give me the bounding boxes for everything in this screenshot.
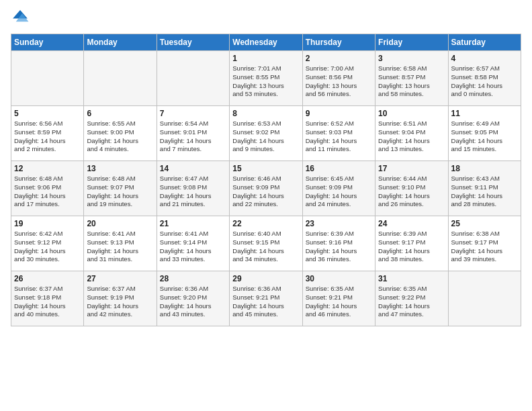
day-info: Sunrise: 7:00 AM Sunset: 8:56 PM Dayligh… <box>306 64 372 99</box>
day-info: Sunrise: 6:46 AM Sunset: 9:09 PM Dayligh… <box>232 175 299 209</box>
day-number: 8 <box>232 109 299 118</box>
calendar-cell: 16Sunrise: 6:45 AM Sunset: 9:09 PM Dayli… <box>302 161 375 216</box>
day-info: Sunrise: 6:48 AM Sunset: 9:06 PM Dayligh… <box>14 175 81 209</box>
weekday-header: Friday <box>375 34 448 51</box>
logo <box>11 8 32 27</box>
day-number: 10 <box>378 109 445 118</box>
day-number: 3 <box>378 54 445 63</box>
day-info: Sunrise: 6:41 AM Sunset: 9:13 PM Dayligh… <box>87 230 153 264</box>
weekday-header: Tuesday <box>157 34 229 51</box>
calendar-cell: 22Sunrise: 6:40 AM Sunset: 9:15 PM Dayli… <box>230 216 302 271</box>
day-number: 16 <box>306 164 372 173</box>
calendar-table: SundayMondayTuesdayWednesdayThursdayFrid… <box>11 34 521 326</box>
day-number: 25 <box>451 219 518 228</box>
calendar-cell <box>157 51 229 106</box>
day-info: Sunrise: 6:52 AM Sunset: 9:03 PM Dayligh… <box>306 120 372 154</box>
day-info: Sunrise: 6:55 AM Sunset: 9:00 PM Dayligh… <box>87 120 153 154</box>
day-info: Sunrise: 6:53 AM Sunset: 9:02 PM Dayligh… <box>232 120 299 154</box>
day-info: Sunrise: 6:51 AM Sunset: 9:04 PM Dayligh… <box>378 120 445 154</box>
day-number: 18 <box>451 164 518 173</box>
calendar-cell: 7Sunrise: 6:54 AM Sunset: 9:01 PM Daylig… <box>157 106 229 161</box>
calendar-cell: 3Sunrise: 6:58 AM Sunset: 8:57 PM Daylig… <box>375 51 448 106</box>
calendar-cell: 20Sunrise: 6:41 AM Sunset: 9:13 PM Dayli… <box>84 216 157 271</box>
day-info: Sunrise: 6:56 AM Sunset: 8:59 PM Dayligh… <box>14 120 81 154</box>
day-number: 17 <box>378 164 445 173</box>
calendar-cell: 24Sunrise: 6:39 AM Sunset: 9:17 PM Dayli… <box>375 216 448 271</box>
day-number: 22 <box>232 219 299 228</box>
calendar-cell: 14Sunrise: 6:47 AM Sunset: 9:08 PM Dayli… <box>157 161 229 216</box>
day-info: Sunrise: 6:38 AM Sunset: 9:17 PM Dayligh… <box>451 230 518 264</box>
day-info: Sunrise: 6:54 AM Sunset: 9:01 PM Dayligh… <box>160 120 226 154</box>
calendar-week-row: 26Sunrise: 6:37 AM Sunset: 9:18 PM Dayli… <box>11 271 521 326</box>
day-number: 28 <box>160 274 226 283</box>
calendar-cell: 27Sunrise: 6:37 AM Sunset: 9:19 PM Dayli… <box>84 271 157 326</box>
day-info: Sunrise: 6:36 AM Sunset: 9:21 PM Dayligh… <box>232 285 299 319</box>
day-number: 30 <box>306 274 372 283</box>
calendar-cell <box>84 51 157 106</box>
weekday-header: Monday <box>84 34 157 51</box>
day-info: Sunrise: 6:35 AM Sunset: 9:21 PM Dayligh… <box>306 285 372 319</box>
calendar-week-row: 19Sunrise: 6:42 AM Sunset: 9:12 PM Dayli… <box>11 216 521 271</box>
header <box>11 8 521 27</box>
day-number: 21 <box>160 219 226 228</box>
calendar-cell: 26Sunrise: 6:37 AM Sunset: 9:18 PM Dayli… <box>11 271 84 326</box>
day-info: Sunrise: 6:49 AM Sunset: 9:05 PM Dayligh… <box>451 120 518 154</box>
calendar-cell: 1Sunrise: 7:01 AM Sunset: 8:55 PM Daylig… <box>230 51 302 106</box>
day-number: 20 <box>87 219 153 228</box>
calendar-week-row: 1Sunrise: 7:01 AM Sunset: 8:55 PM Daylig… <box>11 51 521 106</box>
day-number: 4 <box>451 54 518 63</box>
day-info: Sunrise: 6:58 AM Sunset: 8:57 PM Dayligh… <box>378 64 445 99</box>
day-number: 23 <box>306 219 372 228</box>
day-number: 7 <box>160 109 226 118</box>
calendar-cell: 5Sunrise: 6:56 AM Sunset: 8:59 PM Daylig… <box>11 106 84 161</box>
day-info: Sunrise: 6:36 AM Sunset: 9:20 PM Dayligh… <box>160 285 226 319</box>
calendar-cell: 18Sunrise: 6:43 AM Sunset: 9:11 PM Dayli… <box>448 161 521 216</box>
logo-icon <box>11 8 30 27</box>
calendar-cell: 19Sunrise: 6:42 AM Sunset: 9:12 PM Dayli… <box>11 216 84 271</box>
calendar-cell: 11Sunrise: 6:49 AM Sunset: 9:05 PM Dayli… <box>448 106 521 161</box>
weekday-header: Wednesday <box>230 34 302 51</box>
day-number: 27 <box>87 274 153 283</box>
day-number: 5 <box>14 109 81 118</box>
day-info: Sunrise: 6:42 AM Sunset: 9:12 PM Dayligh… <box>14 230 81 264</box>
header-row: SundayMondayTuesdayWednesdayThursdayFrid… <box>11 34 521 51</box>
calendar-cell: 29Sunrise: 6:36 AM Sunset: 9:21 PM Dayli… <box>230 271 302 326</box>
calendar-cell <box>11 51 84 106</box>
day-number: 31 <box>378 274 445 283</box>
weekday-header: Thursday <box>302 34 375 51</box>
day-number: 26 <box>14 274 81 283</box>
calendar-cell: 30Sunrise: 6:35 AM Sunset: 9:21 PM Dayli… <box>302 271 375 326</box>
day-info: Sunrise: 6:39 AM Sunset: 9:17 PM Dayligh… <box>378 230 445 264</box>
calendar-cell: 10Sunrise: 6:51 AM Sunset: 9:04 PM Dayli… <box>375 106 448 161</box>
day-number: 19 <box>14 219 81 228</box>
calendar-cell: 6Sunrise: 6:55 AM Sunset: 9:00 PM Daylig… <box>84 106 157 161</box>
day-number: 1 <box>232 54 299 63</box>
calendar-cell: 12Sunrise: 6:48 AM Sunset: 9:06 PM Dayli… <box>11 161 84 216</box>
calendar-cell: 17Sunrise: 6:44 AM Sunset: 9:10 PM Dayli… <box>375 161 448 216</box>
day-info: Sunrise: 6:35 AM Sunset: 9:22 PM Dayligh… <box>378 285 445 319</box>
day-number: 2 <box>306 54 372 63</box>
calendar-cell: 8Sunrise: 6:53 AM Sunset: 9:02 PM Daylig… <box>230 106 302 161</box>
day-info: Sunrise: 6:48 AM Sunset: 9:07 PM Dayligh… <box>87 175 153 209</box>
calendar-cell: 21Sunrise: 6:41 AM Sunset: 9:14 PM Dayli… <box>157 216 229 271</box>
day-number: 14 <box>160 164 226 173</box>
calendar-cell: 9Sunrise: 6:52 AM Sunset: 9:03 PM Daylig… <box>302 106 375 161</box>
day-number: 15 <box>232 164 299 173</box>
day-info: Sunrise: 6:40 AM Sunset: 9:15 PM Dayligh… <box>232 230 299 264</box>
calendar-cell: 25Sunrise: 6:38 AM Sunset: 9:17 PM Dayli… <box>448 216 521 271</box>
day-number: 13 <box>87 164 153 173</box>
calendar-cell <box>448 271 521 326</box>
calendar-cell: 15Sunrise: 6:46 AM Sunset: 9:09 PM Dayli… <box>230 161 302 216</box>
day-info: Sunrise: 6:37 AM Sunset: 9:19 PM Dayligh… <box>87 285 153 319</box>
day-info: Sunrise: 7:01 AM Sunset: 8:55 PM Dayligh… <box>232 64 299 99</box>
calendar-cell: 28Sunrise: 6:36 AM Sunset: 9:20 PM Dayli… <box>157 271 229 326</box>
calendar-cell: 23Sunrise: 6:39 AM Sunset: 9:16 PM Dayli… <box>302 216 375 271</box>
day-info: Sunrise: 6:45 AM Sunset: 9:09 PM Dayligh… <box>306 175 372 209</box>
weekday-header: Sunday <box>11 34 84 51</box>
day-number: 29 <box>232 274 299 283</box>
day-info: Sunrise: 6:37 AM Sunset: 9:18 PM Dayligh… <box>14 285 81 319</box>
calendar-week-row: 12Sunrise: 6:48 AM Sunset: 9:06 PM Dayli… <box>11 161 521 216</box>
calendar-cell: 2Sunrise: 7:00 AM Sunset: 8:56 PM Daylig… <box>302 51 375 106</box>
day-number: 12 <box>14 164 81 173</box>
page: SundayMondayTuesdayWednesdayThursdayFrid… <box>0 0 532 411</box>
